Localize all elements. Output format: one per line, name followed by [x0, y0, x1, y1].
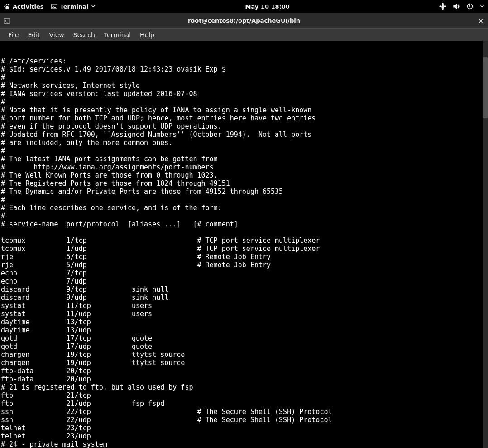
svg-rect-8 [4, 18, 10, 23]
svg-point-2 [440, 6, 441, 7]
menu-help[interactable]: Help [135, 29, 159, 40]
activities-label: Activities [13, 3, 44, 10]
system-status-area[interactable] [439, 3, 484, 10]
app-menu-button[interactable]: Terminal [51, 3, 96, 10]
terminal-app-icon [51, 3, 57, 10]
window-close-button[interactable]: × [478, 17, 483, 24]
menu-bar: File Edit View Search Terminal Help [0, 28, 488, 41]
menu-file[interactable]: File [4, 29, 23, 40]
menu-view[interactable]: View [45, 29, 69, 40]
menu-edit[interactable]: Edit [23, 29, 44, 40]
terminal-viewport[interactable]: # /etc/services: # $Id: services,v 1.49 … [0, 41, 488, 448]
svg-point-1 [442, 3, 443, 5]
svg-point-3 [444, 6, 445, 7]
scrollbar-thumb[interactable] [483, 57, 488, 118]
gnome-foot-icon [4, 3, 10, 10]
menu-search[interactable]: Search [69, 29, 100, 40]
menu-terminal[interactable]: Terminal [100, 29, 135, 40]
svg-rect-0 [51, 4, 57, 9]
app-menu-label: Terminal [60, 3, 89, 10]
terminal-output: # /etc/services: # $Id: services,v 1.49 … [1, 57, 487, 448]
svg-rect-5 [442, 5, 444, 7]
gnome-top-bar: Activities Terminal May 10 18:00 [0, 0, 488, 13]
scrollbar[interactable] [483, 41, 488, 448]
svg-point-4 [442, 9, 443, 10]
window-title-bar[interactable]: root@centos8:/opt/ApacheGUI/bin × [0, 13, 488, 28]
window-title: root@centos8:/opt/ApacheGUI/bin [188, 17, 300, 24]
activities-button[interactable]: Activities [4, 3, 44, 10]
network-icon [439, 3, 446, 10]
terminal-window-icon [4, 18, 10, 24]
power-icon [466, 3, 474, 10]
volume-icon [453, 3, 460, 10]
chevron-down-icon [480, 4, 484, 9]
clock[interactable]: May 10 18:00 [245, 3, 290, 10]
chevron-down-icon [91, 4, 96, 9]
